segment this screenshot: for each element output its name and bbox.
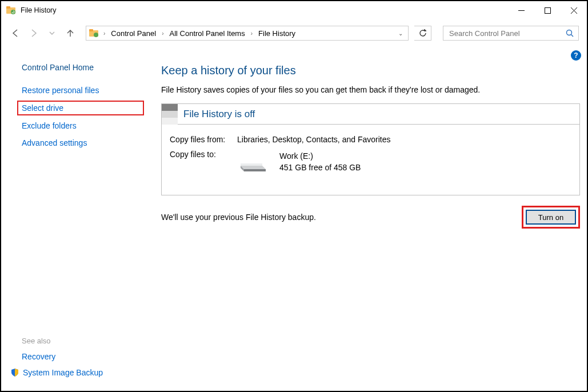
minimize-button[interactable] (508, 2, 534, 19)
status-panel: File History is off Copy files from: Lib… (161, 103, 580, 195)
forward-button[interactable] (27, 27, 40, 39)
status-title: File History is off (183, 109, 255, 120)
chevron-icon[interactable]: › (250, 30, 254, 37)
status-icon (162, 104, 178, 125)
window-buttons (508, 2, 587, 19)
address-dropdown-icon[interactable]: ⌄ (395, 30, 406, 37)
turn-on-highlight: Turn on (522, 206, 580, 229)
main-content: Keep a history of your files File Histor… (150, 54, 587, 391)
svg-line-11 (571, 35, 574, 37)
panel-body: Copy files from: Libraries, Desktop, Con… (162, 125, 579, 195)
control-panel-home-link[interactable]: Control Panel Home (22, 63, 142, 72)
body: Control Panel Home Restore personal file… (1, 54, 587, 391)
titlebar: File History (1, 1, 587, 19)
restore-personal-files-link[interactable]: Restore personal files (22, 86, 142, 95)
svg-rect-1 (6, 6, 10, 9)
copy-from-label: Copy files from: (170, 135, 237, 144)
select-drive-link[interactable]: Select drive (19, 103, 142, 113)
app-icon (6, 5, 16, 15)
svg-marker-14 (244, 169, 266, 171)
svg-point-9 (94, 33, 98, 37)
advanced-settings-link[interactable]: Advanced settings (22, 138, 142, 147)
up-button[interactable] (64, 27, 77, 39)
recovery-link[interactable]: Recovery (22, 352, 142, 361)
svg-point-10 (567, 30, 572, 35)
svg-point-2 (11, 10, 15, 14)
window-title: File History (21, 6, 57, 14)
navbar: › Control Panel › All Control Panel Item… (1, 23, 587, 43)
svg-rect-8 (89, 29, 93, 31)
svg-marker-12 (241, 166, 266, 169)
maximize-button[interactable] (534, 2, 561, 19)
system-image-backup-link[interactable]: System Image Backup (10, 368, 142, 377)
exclude-folders-link[interactable]: Exclude folders (22, 121, 142, 130)
address-bar[interactable]: › Control Panel › All Control Panel Item… (86, 26, 409, 41)
breadcrumb-file-history[interactable]: File History (257, 29, 297, 38)
see-also-heading: See also (22, 337, 142, 345)
close-button[interactable] (561, 2, 587, 19)
shield-icon (10, 368, 19, 377)
turn-on-button[interactable]: Turn on (526, 210, 576, 225)
drive-space: 451 GB free of 458 GB (279, 162, 361, 174)
footer-row: We'll use your previous File History bac… (161, 206, 580, 229)
breadcrumb-control-panel[interactable]: Control Panel (110, 29, 157, 38)
sidebar: Control Panel Home Restore personal file… (1, 54, 150, 391)
copy-from-value: Libraries, Desktop, Contacts, and Favori… (237, 135, 390, 144)
drive-name: Work (E:) (279, 151, 361, 162)
back-button[interactable] (9, 27, 22, 39)
address-folder-icon (89, 28, 99, 38)
copy-to-label: Copy files to: (170, 150, 237, 159)
page-heading: Keep a history of your files (161, 64, 580, 77)
drive-icon (237, 152, 269, 173)
refresh-button[interactable] (414, 26, 431, 41)
chevron-icon[interactable]: › (161, 30, 165, 37)
search-input[interactable] (448, 29, 566, 38)
recent-dropdown[interactable] (46, 27, 58, 39)
previous-backup-message: We'll use your previous File History bac… (161, 213, 522, 222)
breadcrumb-all-items[interactable]: All Control Panel Items (168, 29, 246, 38)
page-description: File History saves copies of your files … (161, 85, 580, 94)
search-box[interactable] (443, 26, 579, 41)
search-icon[interactable] (566, 29, 574, 37)
system-image-backup-label: System Image Backup (23, 368, 103, 377)
chevron-icon[interactable]: › (102, 30, 106, 37)
svg-rect-4 (545, 7, 550, 13)
panel-header: File History is off (162, 104, 579, 125)
svg-marker-15 (241, 163, 262, 166)
drive-info: Work (E:) 451 GB free of 458 GB (237, 151, 361, 173)
